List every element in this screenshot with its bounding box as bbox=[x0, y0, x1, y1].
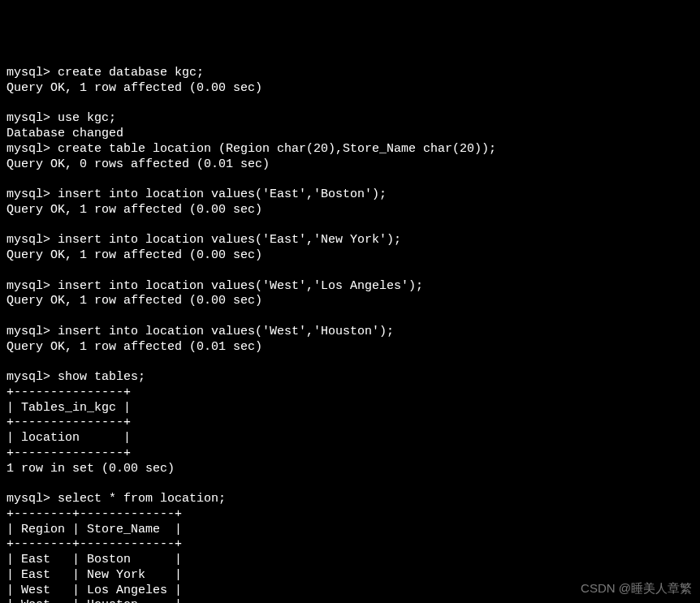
table-border: +--------+-------------+ bbox=[6, 507, 182, 521]
table-row: | West | Los Angeles | bbox=[6, 584, 182, 597]
mysql-terminal[interactable]: mysql> create database kgc; Query OK, 1 … bbox=[6, 66, 694, 603]
cmd-insert: insert into location values('East','Bost… bbox=[58, 187, 387, 201]
table-header: | Region | Store_Name | bbox=[6, 523, 182, 536]
prompt: mysql> bbox=[6, 492, 58, 506]
prompt: mysql> bbox=[6, 325, 58, 338]
response: Query OK, 0 rows affected (0.01 sec) bbox=[6, 157, 270, 171]
table-row: | East | Boston | bbox=[6, 553, 182, 566]
prompt: mysql> bbox=[6, 66, 58, 80]
prompt: mysql> bbox=[6, 187, 58, 201]
prompt: mysql> bbox=[6, 370, 58, 384]
response: Query OK, 1 row affected (0.00 sec) bbox=[6, 248, 262, 262]
table-border: +--------+-------------+ bbox=[6, 537, 182, 551]
cmd-create-table: create table location (Region char(20),S… bbox=[58, 142, 496, 156]
prompt: mysql> bbox=[6, 279, 58, 293]
cmd-insert: insert into location values('West','Los … bbox=[58, 279, 423, 293]
response: Query OK, 1 row affected (0.01 sec) bbox=[6, 340, 262, 354]
cmd-insert: insert into location values('West','Hous… bbox=[58, 325, 394, 338]
cmd-select: select * from location; bbox=[58, 492, 226, 506]
cmd-create-db: create database kgc; bbox=[58, 66, 204, 80]
table-header: | Tables_in_kgc | bbox=[6, 401, 131, 415]
table-border: +---------------+ bbox=[6, 446, 131, 460]
cmd-show-tables: show tables; bbox=[58, 370, 145, 384]
prompt: mysql> bbox=[6, 233, 58, 247]
prompt: mysql> bbox=[6, 142, 58, 156]
response: 1 row in set (0.00 sec) bbox=[6, 462, 175, 476]
prompt: mysql> bbox=[6, 111, 58, 125]
table-row: | location | bbox=[6, 431, 131, 445]
watermark: CSDN @睡美人章繁 bbox=[581, 581, 692, 597]
table-row: | East | New York | bbox=[6, 568, 182, 582]
table-border: +---------------+ bbox=[6, 416, 131, 429]
response: Query OK, 1 row affected (0.00 sec) bbox=[6, 203, 262, 217]
table-row: | West | Houston | bbox=[6, 598, 182, 603]
table-border: +---------------+ bbox=[6, 385, 131, 399]
cmd-insert: insert into location values('East','New … bbox=[58, 233, 401, 247]
response: Query OK, 1 row affected (0.00 sec) bbox=[6, 81, 262, 95]
cmd-use-db: use kgc; bbox=[58, 111, 116, 125]
response: Database changed bbox=[6, 127, 123, 140]
response: Query OK, 1 row affected (0.00 sec) bbox=[6, 294, 262, 308]
